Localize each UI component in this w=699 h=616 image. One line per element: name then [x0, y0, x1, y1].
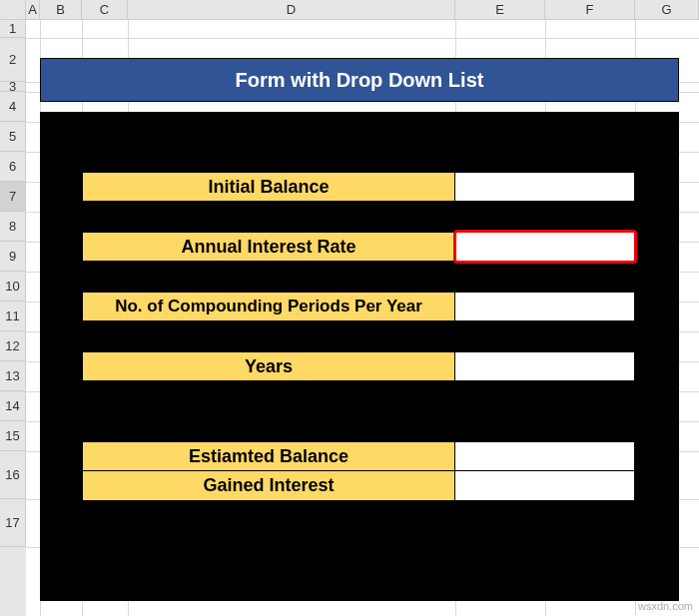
select-all-corner[interactable]: [0, 0, 26, 20]
label-compounding: No. of Compounding Periods Per Year: [82, 292, 455, 321]
row-header-2[interactable]: 2: [0, 38, 26, 82]
input-annual-rate[interactable]: [455, 232, 635, 262]
watermark: wsxdn.com: [638, 600, 693, 612]
output-gained-interest[interactable]: [455, 471, 635, 501]
row-header-17[interactable]: 17: [0, 499, 26, 547]
output-est-balance[interactable]: [455, 441, 635, 471]
row-header-4[interactable]: 4: [0, 92, 26, 122]
col-header-F[interactable]: F: [545, 0, 635, 20]
label-years: Years: [82, 351, 455, 381]
row-header-6[interactable]: 6: [0, 152, 26, 182]
input-initial-balance[interactable]: [455, 172, 635, 202]
col-header-C[interactable]: C: [82, 0, 128, 20]
col-header-G[interactable]: G: [635, 0, 699, 20]
input-compounding[interactable]: [455, 292, 635, 321]
row-annual-rate: Annual Interest Rate: [82, 232, 635, 262]
row-years: Years: [82, 351, 635, 381]
row-compounding: No. of Compounding Periods Per Year: [82, 292, 635, 321]
column-headers: ABCDEFG: [26, 0, 699, 20]
spreadsheet: ABCDEFG 1234567891011121314151617 Form w…: [0, 0, 699, 616]
row-header-7[interactable]: 7: [0, 182, 26, 212]
row-initial-balance: Initial Balance: [82, 172, 635, 202]
form-title-text: Form with Drop Down List: [236, 69, 484, 92]
row-headers: 1234567891011121314151617: [0, 20, 26, 616]
row-header-8[interactable]: 8: [0, 212, 26, 242]
row-header-10[interactable]: 10: [0, 272, 26, 302]
col-header-A[interactable]: A: [26, 0, 40, 20]
row-header-11[interactable]: 11: [0, 302, 26, 331]
label-est-balance: Estiamted Balance: [82, 441, 455, 471]
row-header-12[interactable]: 12: [0, 331, 26, 361]
row-header-9[interactable]: 9: [0, 242, 26, 272]
row-header-16[interactable]: 16: [0, 451, 26, 499]
row-header-15[interactable]: 15: [0, 421, 26, 451]
row-header-1[interactable]: 1: [0, 20, 26, 38]
label-gained-interest: Gained Interest: [82, 471, 455, 501]
label-annual-rate: Annual Interest Rate: [82, 232, 455, 262]
row-gained-interest: Gained Interest: [82, 471, 635, 501]
row-header-13[interactable]: 13: [0, 361, 26, 391]
col-header-B[interactable]: B: [40, 0, 82, 20]
row-est-balance: Estiamted Balance: [82, 441, 635, 471]
form-title: Form with Drop Down List: [40, 58, 679, 102]
input-years[interactable]: [455, 351, 635, 381]
row-header-3[interactable]: 3: [0, 82, 26, 92]
col-header-D[interactable]: D: [128, 0, 455, 20]
label-initial-balance: Initial Balance: [82, 172, 455, 202]
row-header-14[interactable]: 14: [0, 391, 26, 421]
grid-area[interactable]: Form with Drop Down List Initial Balance…: [26, 20, 699, 616]
row-header-5[interactable]: 5: [0, 122, 26, 152]
col-header-E[interactable]: E: [455, 0, 545, 20]
